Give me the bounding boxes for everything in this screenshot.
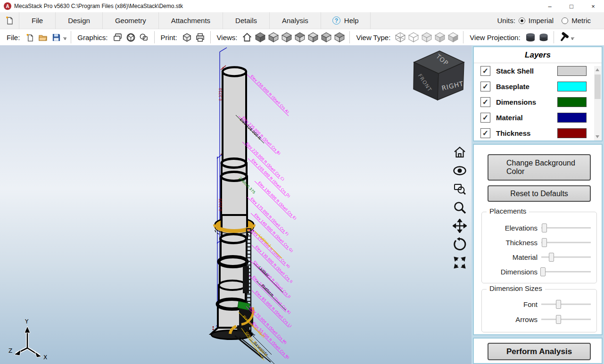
change-background-color-button[interactable]: Change Background Color bbox=[488, 154, 591, 181]
thickness-slider[interactable] bbox=[541, 238, 591, 247]
layer-label: Dimensions bbox=[496, 98, 557, 106]
pan-icon[interactable] bbox=[453, 219, 467, 233]
scrollbar-thumb[interactable] bbox=[595, 74, 601, 99]
slider-track[interactable] bbox=[541, 304, 591, 305]
file-group-more-icon[interactable] bbox=[63, 37, 66, 40]
menu-item-attachments[interactable]: Attachments bbox=[158, 12, 223, 29]
printer-icon[interactable] bbox=[195, 32, 206, 43]
red-label-1: 0.3750 bbox=[218, 88, 223, 101]
slider-track[interactable] bbox=[541, 319, 591, 320]
hammer-icon[interactable] bbox=[558, 32, 570, 43]
new-document-icon[interactable] bbox=[0, 12, 19, 29]
maximize-button[interactable]: □ bbox=[561, 0, 582, 12]
view-cube-4-icon[interactable] bbox=[294, 32, 306, 43]
dimensions-checkbox[interactable] bbox=[480, 97, 490, 107]
rotate-icon[interactable] bbox=[453, 237, 467, 251]
file-group-label: File: bbox=[7, 33, 20, 41]
material-slider[interactable] bbox=[541, 252, 591, 262]
home-icon[interactable] bbox=[453, 145, 467, 159]
title-bar: A MecaStack Pro v5630 C:\Program Files (… bbox=[0, 0, 604, 12]
fullscreen-icon[interactable] bbox=[453, 256, 467, 270]
slider-thumb[interactable] bbox=[549, 253, 554, 262]
eye-icon[interactable] bbox=[453, 164, 467, 178]
menu-item-file[interactable]: File bbox=[19, 12, 55, 29]
new-file-icon[interactable] bbox=[24, 32, 35, 43]
print-group-label: Print: bbox=[161, 33, 177, 41]
app-logo-icon: A bbox=[4, 2, 11, 10]
menu-item-design[interactable]: Design bbox=[55, 12, 102, 29]
stack-shell-color-swatch[interactable] bbox=[557, 66, 587, 76]
slider-thumb[interactable] bbox=[542, 238, 547, 247]
imperial-label[interactable]: Imperial bbox=[529, 17, 554, 25]
rendered-icon[interactable] bbox=[447, 32, 459, 43]
imperial-radio[interactable] bbox=[519, 17, 525, 24]
zoom-icon[interactable] bbox=[453, 200, 467, 215]
thickness-color-swatch[interactable] bbox=[557, 128, 587, 138]
menu-item-analysis[interactable]: Analysis bbox=[269, 12, 321, 29]
slider-thumb[interactable] bbox=[556, 315, 561, 324]
slider-thumb[interactable] bbox=[540, 267, 546, 276]
shapes-icon[interactable] bbox=[139, 32, 150, 43]
view-type-group-label: View Type: bbox=[356, 33, 390, 41]
dimensions-color-swatch[interactable] bbox=[557, 97, 587, 107]
view-cube-6-icon[interactable] bbox=[321, 32, 332, 43]
scroll-down-icon[interactable] bbox=[596, 135, 599, 138]
close-button[interactable]: × bbox=[582, 0, 604, 12]
layers-scrollbar[interactable] bbox=[594, 66, 601, 141]
open-file-icon[interactable] bbox=[37, 32, 49, 43]
perspective-projection-icon[interactable] bbox=[538, 32, 549, 43]
reset-to-defaults-button[interactable]: Reset to Defaults bbox=[488, 185, 591, 202]
wireframe-icon[interactable] bbox=[395, 32, 406, 43]
placements-title: Placements bbox=[487, 207, 529, 215]
metric-radio[interactable] bbox=[562, 17, 568, 24]
zoom-window-icon[interactable] bbox=[453, 182, 467, 196]
save-icon[interactable] bbox=[50, 32, 62, 43]
help-label: Help bbox=[344, 17, 359, 25]
window-title: MecaStack Pro v5630 C:\Program Files (x8… bbox=[14, 3, 539, 9]
minimize-button[interactable]: – bbox=[539, 0, 561, 12]
slider-track[interactable] bbox=[541, 271, 591, 273]
parallel-projection-icon[interactable] bbox=[525, 32, 536, 43]
view-cube[interactable]: TOP FRONT RIGHT bbox=[414, 51, 464, 100]
home-view-icon[interactable] bbox=[241, 32, 253, 43]
shaded-icon[interactable] bbox=[434, 32, 446, 43]
menu-item-help[interactable]: ? Help bbox=[321, 12, 371, 29]
tools-more-icon[interactable] bbox=[571, 37, 574, 40]
view-cube-1-icon[interactable] bbox=[255, 32, 266, 43]
copy-view-icon[interactable] bbox=[112, 32, 124, 43]
render-icon[interactable] bbox=[125, 32, 137, 43]
units-label: Units: bbox=[497, 17, 515, 25]
stack-shell-checkbox[interactable] bbox=[480, 66, 490, 76]
thickness-checkbox[interactable] bbox=[480, 128, 490, 138]
axis-x-label: X bbox=[43, 354, 47, 361]
slider-track[interactable] bbox=[541, 227, 591, 229]
baseplate-checkbox[interactable] bbox=[480, 82, 490, 91]
menu-item-geometry[interactable]: Geometry bbox=[102, 12, 158, 29]
view-cube-2-icon[interactable] bbox=[268, 32, 279, 43]
menu-item-details[interactable]: Details bbox=[223, 12, 269, 29]
view-cube-5-icon[interactable] bbox=[307, 32, 319, 43]
layer-row-thickness: Thickness bbox=[474, 125, 602, 140]
shaded-flat-icon[interactable] bbox=[421, 32, 432, 43]
material-checkbox[interactable] bbox=[480, 113, 490, 123]
hidden-line-icon[interactable] bbox=[408, 32, 419, 43]
print-3d-icon[interactable] bbox=[182, 32, 193, 43]
elevations-slider[interactable] bbox=[541, 223, 591, 232]
arrows-slider[interactable] bbox=[541, 314, 591, 324]
slider-thumb[interactable] bbox=[542, 223, 547, 232]
dimensions-slider[interactable] bbox=[541, 267, 591, 276]
layer-row-baseplate: Baseplate bbox=[474, 79, 602, 94]
view-cube-7-icon[interactable] bbox=[334, 32, 345, 43]
metric-label[interactable]: Metric bbox=[571, 17, 591, 25]
font-slider[interactable] bbox=[541, 299, 591, 309]
slider-track[interactable] bbox=[541, 242, 591, 243]
viewport-3d[interactable]: Elev 250.000 ft (Shell Crs A) Elev 235.0… bbox=[0, 45, 472, 364]
slider-thumb[interactable] bbox=[556, 300, 561, 309]
material-color-swatch[interactable] bbox=[557, 113, 587, 123]
scroll-up-icon[interactable] bbox=[596, 68, 599, 71]
baseplate-color-swatch[interactable] bbox=[557, 82, 587, 91]
perform-analysis-button[interactable]: Perform Analysis bbox=[488, 343, 591, 360]
view-cube-3-icon[interactable] bbox=[281, 32, 292, 43]
analysis-panel: Perform Analysis bbox=[473, 338, 603, 364]
placements-group: Placements Elevations Thickness Material… bbox=[481, 212, 597, 283]
